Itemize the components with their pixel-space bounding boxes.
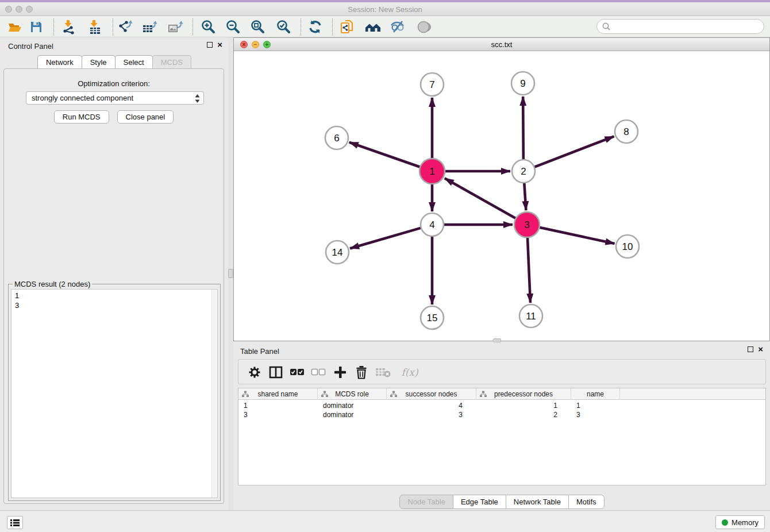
zoom-out-icon[interactable] <box>225 19 241 35</box>
close-table-panel-icon[interactable]: × <box>758 346 763 352</box>
mcds-tab-content: Optimization criterion: strongly connect… <box>3 68 224 504</box>
import-network-icon[interactable] <box>61 19 77 35</box>
graph-node-4[interactable]: 4 <box>421 213 444 236</box>
zoom-in-icon[interactable] <box>201 19 217 35</box>
cell[interactable]: 1 <box>238 401 318 410</box>
graph-node-9[interactable]: 9 <box>511 72 534 95</box>
memory-label: Memory <box>732 518 759 527</box>
deselect-all-icon[interactable] <box>310 364 326 380</box>
graph-node-7[interactable]: 7 <box>421 73 444 96</box>
control-panel-tabs: NetworkStyleSelectMCDS <box>0 55 228 69</box>
search-input[interactable] <box>613 22 764 31</box>
cell[interactable]: 2 <box>476 410 571 419</box>
tab-network-table[interactable]: Network Table <box>506 495 569 509</box>
cell[interactable]: 3 <box>571 410 620 419</box>
network-graph[interactable]: 7968124314101511 <box>234 51 769 341</box>
cell[interactable]: 3 <box>238 410 318 419</box>
close-panel-icon[interactable]: × <box>217 42 222 48</box>
memory-button[interactable]: Memory <box>715 515 765 529</box>
graph-node-3[interactable]: 3 <box>514 212 540 237</box>
graph-node-11[interactable]: 11 <box>519 304 542 327</box>
graph-node-2[interactable]: 2 <box>512 160 535 183</box>
hide-glasses-icon[interactable] <box>390 19 406 35</box>
home-icon[interactable] <box>364 19 380 35</box>
run-mcds-button[interactable]: Run MCDS <box>54 110 109 124</box>
export-image-icon[interactable] <box>167 19 183 35</box>
control-panel: Control Panel × NetworkStyleSelectMCDS O… <box>0 37 228 507</box>
function-icon[interactable]: f(x) <box>398 364 421 380</box>
column-header-predecessor-nodes[interactable]: predecessor nodes <box>476 388 571 400</box>
zoom-selected-icon[interactable] <box>276 19 292 35</box>
result-scrollbar[interactable] <box>211 290 217 498</box>
edge-2-3[interactable] <box>524 183 526 210</box>
graph-node-14[interactable]: 14 <box>326 241 349 264</box>
float-panel-icon[interactable] <box>207 42 213 48</box>
edge-1-6[interactable] <box>349 142 421 167</box>
toolbar-separator <box>192 18 193 35</box>
trash-icon[interactable] <box>353 364 369 380</box>
column-header-MCDS-role[interactable]: MCDS role <box>318 388 387 400</box>
import-table-icon[interactable] <box>87 19 103 35</box>
graph-node-10[interactable]: 10 <box>616 235 639 258</box>
graph-node-8[interactable]: 8 <box>615 120 638 143</box>
mcds-result-title: MCDS result (2 nodes) <box>13 280 92 288</box>
tree-icon <box>321 391 328 398</box>
graph-node-15[interactable]: 15 <box>421 306 444 329</box>
task-history-button[interactable] <box>7 516 23 529</box>
mcds-result-text[interactable]: 13 <box>11 289 218 498</box>
divider-grip[interactable] <box>228 269 233 278</box>
toolbar-separator <box>53 18 54 35</box>
node-label: 15 <box>427 313 438 323</box>
tab-network[interactable]: Network <box>37 55 82 69</box>
export-table-icon[interactable] <box>142 19 158 35</box>
open-session-icon[interactable] <box>7 19 23 35</box>
node-label: 11 <box>526 311 536 322</box>
cell[interactable]: 3 <box>387 410 476 419</box>
cell[interactable]: 1 <box>571 401 620 410</box>
column-header-shared-name[interactable]: shared name <box>238 388 318 400</box>
cell[interactable]: 1 <box>476 401 571 410</box>
horizontal-divider-grip[interactable] <box>493 338 501 342</box>
eye-icon[interactable] <box>415 19 432 35</box>
node-label: 2 <box>521 166 526 177</box>
columns-icon[interactable] <box>268 364 284 380</box>
node-label: 14 <box>332 247 343 258</box>
float-table-panel-icon[interactable] <box>748 346 753 352</box>
close-panel-button[interactable]: Close panel <box>117 110 174 124</box>
delete-table-icon[interactable] <box>375 364 391 380</box>
edge-3-11[interactable] <box>528 237 530 303</box>
panel-divider[interactable] <box>228 37 233 510</box>
edge-2-8[interactable] <box>534 136 614 167</box>
tab-mcds[interactable]: MCDS <box>152 55 191 69</box>
column-header-name[interactable]: name <box>571 388 620 400</box>
clone-network-icon[interactable] <box>340 19 356 35</box>
add-icon[interactable] <box>332 364 348 380</box>
edge-2-9[interactable] <box>523 97 523 160</box>
tab-select[interactable]: Select <box>115 55 153 69</box>
search-field[interactable] <box>596 19 764 34</box>
edge-4-14[interactable] <box>350 228 421 249</box>
graph-node-6[interactable]: 6 <box>325 126 348 149</box>
cell[interactable]: dominator <box>318 401 387 410</box>
edge-3-1[interactable] <box>445 178 516 218</box>
select-all-icon[interactable] <box>289 364 305 380</box>
refresh-icon[interactable] <box>307 19 324 35</box>
tab-motifs[interactable]: Motifs <box>568 495 605 509</box>
tab-edge-table[interactable]: Edge Table <box>453 495 506 509</box>
main-titlebar: Session: New Session <box>0 2 770 16</box>
graph-node-1[interactable]: 1 <box>419 159 445 184</box>
cell[interactable]: dominator <box>318 410 387 419</box>
column-header-successor-nodes[interactable]: successor nodes <box>387 388 476 400</box>
network-window-titlebar[interactable]: × − + scc.txt <box>234 38 769 51</box>
export-network-icon[interactable] <box>117 19 133 35</box>
edge-3-10[interactable] <box>539 228 614 244</box>
tab-style[interactable]: Style <box>82 55 116 69</box>
tab-node-table[interactable]: Node Table <box>399 495 453 509</box>
criterion-select[interactable]: strongly connected component <box>26 91 204 105</box>
zoom-fit-icon[interactable] <box>250 19 266 35</box>
gear-icon[interactable] <box>247 364 263 380</box>
cell[interactable]: 4 <box>387 401 476 410</box>
save-session-icon[interactable] <box>28 19 44 35</box>
list-icon <box>10 519 20 527</box>
node-label: 10 <box>622 241 633 252</box>
